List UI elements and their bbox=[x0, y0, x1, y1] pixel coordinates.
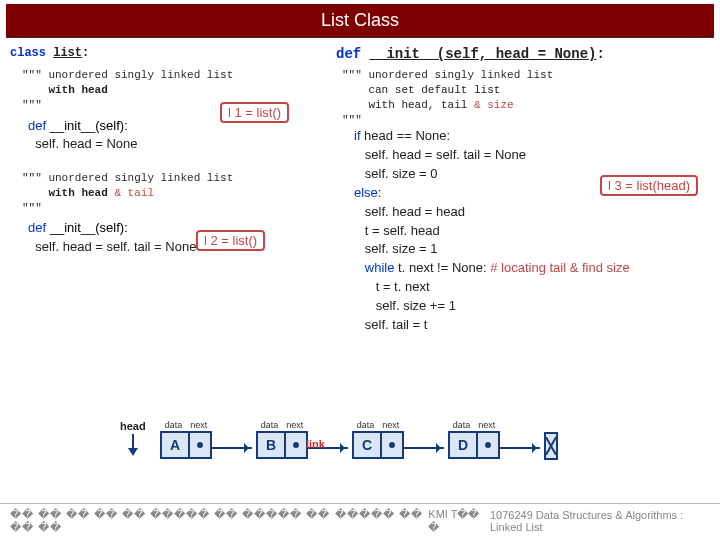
c-l6: t = self. head bbox=[365, 223, 440, 238]
head-label: head bbox=[120, 420, 146, 432]
slide-footer: �� �� �� �� �� ����� �� ����� �� ����� �… bbox=[0, 503, 720, 534]
v3-def-name: __init__(self, head = None) bbox=[370, 46, 597, 62]
v2-body1: self. head = self. tail = None bbox=[35, 239, 196, 254]
v2-doc-amp: & tail bbox=[114, 187, 154, 199]
col-data: data bbox=[453, 420, 471, 430]
svg-marker-1 bbox=[128, 448, 138, 456]
callout-l3: l 3 = list(head) bbox=[600, 175, 698, 196]
v3-doc-l2: can set default list bbox=[368, 84, 500, 96]
dot-icon bbox=[197, 442, 203, 448]
node-b-data: B bbox=[258, 433, 286, 457]
null-terminator bbox=[544, 432, 558, 460]
callout-l2: l 2 = list() bbox=[196, 230, 265, 251]
node-d: datanext D bbox=[448, 420, 500, 460]
linked-list-diagram: head bbox=[120, 420, 146, 458]
node-c: datanext C bbox=[352, 420, 404, 460]
v3-def-line: def __init__(self, head = None): bbox=[336, 46, 714, 62]
v1-doc-l3: """ bbox=[22, 99, 42, 111]
v3-doc-l3b: & size bbox=[474, 99, 514, 111]
node-row: datanext A datanext B datanext C datanex… bbox=[160, 420, 558, 460]
c-l4-rest: : bbox=[378, 185, 382, 200]
footer-glyphs: �� �� �� �� �� ����� �� ����� �� ����� �… bbox=[10, 508, 424, 534]
v3-doc-l3a: with head, tail bbox=[368, 99, 474, 111]
v3-doc-l4: """ bbox=[342, 114, 362, 126]
dot-icon bbox=[485, 442, 491, 448]
c-l8-rest: t. next != None: bbox=[394, 260, 486, 275]
v1-body1: self. head = None bbox=[35, 136, 137, 151]
c-l10: self. size += 1 bbox=[376, 298, 456, 313]
class-declaration: class list: bbox=[10, 46, 330, 60]
c-l11: self. tail = t bbox=[365, 317, 428, 332]
c-l8-comment: # locating tail & find size bbox=[487, 260, 630, 275]
head-arrow-icon bbox=[126, 432, 140, 458]
col-data: data bbox=[261, 420, 279, 430]
v2-doc-l3: """ bbox=[22, 202, 42, 214]
kw-class: class bbox=[10, 46, 53, 60]
c-l9: t = t. next bbox=[376, 279, 430, 294]
c-l1-rest: head == None: bbox=[361, 128, 451, 143]
v3-docstring: """ unordered singly linked list can set… bbox=[342, 68, 714, 127]
callout-l1: l 1 = list() bbox=[220, 102, 289, 123]
v3-code: if head == None: self. head = self. tail… bbox=[354, 127, 714, 334]
col-next: next bbox=[478, 420, 495, 430]
node-a-data: A bbox=[162, 433, 190, 457]
c-l4-kw: else bbox=[354, 185, 378, 200]
node-c-data: C bbox=[354, 433, 382, 457]
link-label: link bbox=[306, 438, 325, 450]
link-arrow-1 bbox=[212, 447, 252, 449]
col-next: next bbox=[286, 420, 303, 430]
v2-def-name: __init__(self): bbox=[50, 220, 128, 235]
footer-course: 1076249 Data Structures & Algorithms : L… bbox=[490, 509, 710, 533]
slide-title: List Class bbox=[6, 4, 714, 38]
left-column: class list: """ unordered singly linked … bbox=[6, 46, 336, 335]
v2-doc-l1: """ unordered singly linked list bbox=[22, 172, 233, 184]
footer-mid: KMI T�� � bbox=[428, 508, 486, 534]
class-name: list bbox=[53, 46, 82, 60]
col-next: next bbox=[382, 420, 399, 430]
node-a: datanext A bbox=[160, 420, 212, 460]
v1-doc-l2: with head bbox=[48, 84, 107, 96]
node-b: datanext B bbox=[256, 420, 308, 460]
c-l8-kw: while bbox=[365, 260, 395, 275]
v3-def-colon: : bbox=[596, 46, 604, 62]
v2-init-code: def __init__(self): self. head = self. t… bbox=[28, 219, 330, 255]
dot-icon bbox=[389, 442, 395, 448]
c-l5: self. head = head bbox=[365, 204, 465, 219]
v2-docstring: """ unordered singly linked list with he… bbox=[22, 171, 330, 216]
col-data: data bbox=[357, 420, 375, 430]
v1-def-name: __init__(self): bbox=[50, 118, 128, 133]
col-data: data bbox=[165, 420, 183, 430]
c-l3: self. size = 0 bbox=[365, 166, 438, 181]
col-next: next bbox=[190, 420, 207, 430]
node-d-data: D bbox=[450, 433, 478, 457]
v3-doc-l1: """ unordered singly linked list bbox=[342, 69, 553, 81]
v2-doc-l2a: with head bbox=[48, 187, 114, 199]
c-l7: self. size = 1 bbox=[365, 241, 438, 256]
v2-def-kw: def bbox=[28, 220, 46, 235]
c-l2: self. head = self. tail = None bbox=[365, 147, 526, 162]
head-pointer: head bbox=[120, 420, 146, 458]
link-arrow-3 bbox=[404, 447, 444, 449]
v3-def-kw: def bbox=[336, 46, 370, 62]
class-colon: : bbox=[82, 46, 89, 60]
v1-def-kw: def bbox=[28, 118, 46, 133]
dot-icon bbox=[293, 442, 299, 448]
link-arrow-4 bbox=[500, 447, 540, 449]
v1-doc-l1: """ unordered singly linked list bbox=[22, 69, 233, 81]
